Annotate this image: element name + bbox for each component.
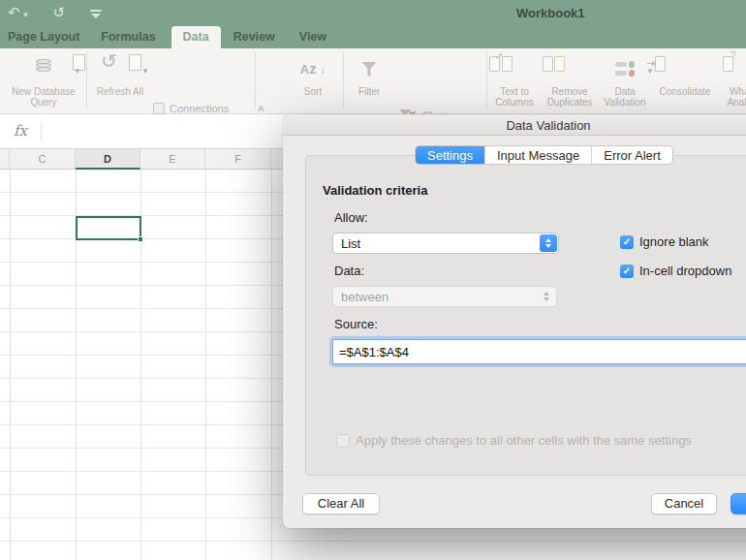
stepper-icon xyxy=(538,288,555,305)
ok-button[interactable]: OK xyxy=(730,493,746,514)
tab-view[interactable]: View xyxy=(299,30,326,48)
checkbox-icon xyxy=(336,434,350,448)
connections-button[interactable]: Connections xyxy=(153,103,229,114)
ribbon-separator xyxy=(255,52,256,109)
data-validation-button[interactable]: ▼ Data Validation xyxy=(600,54,650,108)
ribbon: ▼ New Database Query ↺ ▼ Refresh All Con… xyxy=(0,48,746,114)
data-dropdown: between xyxy=(332,286,557,307)
undo-dropdown-caret[interactable]: ▼ xyxy=(22,11,30,19)
window-title: Workbook1 xyxy=(516,6,585,20)
dialog-title: Data Validation xyxy=(283,115,746,136)
tab-formulas[interactable]: Formulas xyxy=(101,30,155,48)
remove-duplicates-icon xyxy=(543,54,566,83)
ribbon-separator xyxy=(486,52,487,109)
data-label: Data: xyxy=(334,264,364,278)
checkmark-icon: ✓ xyxy=(620,264,634,278)
in-cell-dropdown-checkbox[interactable]: ✓ In-cell dropdown xyxy=(620,264,731,278)
ribbon-collapse-icon[interactable] xyxy=(90,10,102,18)
what-if-analysis-button[interactable]: ? What-If Analysis xyxy=(721,54,746,108)
tab-input-message[interactable]: Input Message xyxy=(484,146,591,164)
tab-error-alert[interactable]: Error Alert xyxy=(591,146,672,164)
source-label: Source: xyxy=(334,317,378,331)
ignore-blank-checkbox[interactable]: ✓ Ignore blank xyxy=(620,234,709,249)
column-header-d[interactable]: D xyxy=(76,149,140,170)
data-validation-icon: ▼ xyxy=(600,54,650,83)
sort-button[interactable]: Az ↓ Sort xyxy=(291,54,335,97)
dropdown-caret-icon[interactable]: ▼ xyxy=(74,66,81,77)
database-icon: ▼ xyxy=(4,54,83,83)
data-validation-dialog: Data Validation Settings Input Message E… xyxy=(283,115,746,528)
tab-settings[interactable]: Settings xyxy=(416,146,484,164)
allow-dropdown[interactable]: List xyxy=(332,233,559,254)
column-header-b[interactable] xyxy=(0,149,10,169)
tab-data[interactable]: Data xyxy=(171,26,221,48)
new-database-query-button[interactable]: ▼ New Database Query xyxy=(4,54,83,108)
ribbon-separator xyxy=(86,52,87,109)
ribbon-separator xyxy=(343,52,344,109)
filter-button[interactable]: Filter xyxy=(347,54,391,97)
text-to-columns-icon: ➚ xyxy=(489,54,513,83)
fx-icon: fx xyxy=(14,122,27,140)
allow-label: Allow: xyxy=(334,210,368,225)
stepper-icon[interactable] xyxy=(540,234,557,252)
consolidate-button[interactable]: ⇥ Consolidate xyxy=(651,54,719,97)
dropdown-caret-icon[interactable]: ▼ xyxy=(141,66,149,77)
dialog-tab-control: Settings Input Message Error Alert xyxy=(415,145,673,165)
tab-review[interactable]: Review xyxy=(233,30,275,48)
text-to-columns-button[interactable]: ➚ Text to Columns xyxy=(489,54,540,108)
sort-icon: Az ↓ xyxy=(291,54,335,83)
refresh-icon: ↺ ▼ xyxy=(95,54,145,83)
column-header-c[interactable]: C xyxy=(10,149,76,169)
formula-bar-divider xyxy=(41,123,42,140)
tab-page-layout[interactable]: Page Layout xyxy=(8,30,79,48)
cancel-button[interactable]: Cancel xyxy=(651,493,717,514)
apply-changes-checkbox: Apply these changes to all other cells w… xyxy=(336,433,692,448)
settings-panel xyxy=(305,155,746,476)
ribbon-tab-bar: Page Layout Formulas Data Review View xyxy=(0,27,746,48)
remove-duplicates-button[interactable]: Remove Duplicates xyxy=(543,54,597,108)
checkmark-icon: ✓ xyxy=(620,235,634,249)
clear-all-button[interactable]: Clear All xyxy=(302,493,380,514)
validation-criteria-heading: Validation criteria xyxy=(323,183,427,198)
undo-icon[interactable]: ↶ xyxy=(8,4,20,21)
column-header-f[interactable]: F xyxy=(205,149,271,169)
quick-access-toolbar: ↶ ▼ ↺ xyxy=(8,4,102,21)
refresh-all-button[interactable]: ↺ ▼ Refresh All xyxy=(95,54,145,97)
redo-icon[interactable]: ↺ xyxy=(53,4,66,21)
column-header-e[interactable]: E xyxy=(140,149,205,169)
connections-icon xyxy=(153,103,165,114)
filter-funnel-icon xyxy=(347,54,391,83)
selected-cell[interactable] xyxy=(76,216,141,240)
window-title-bar: ↶ ▼ ↺ Workbook1 xyxy=(0,0,746,27)
consolidate-icon: ⇥ xyxy=(651,54,674,83)
fill-handle[interactable] xyxy=(138,236,143,242)
what-if-analysis-icon: ? xyxy=(721,54,744,83)
source-input[interactable] xyxy=(332,339,746,364)
